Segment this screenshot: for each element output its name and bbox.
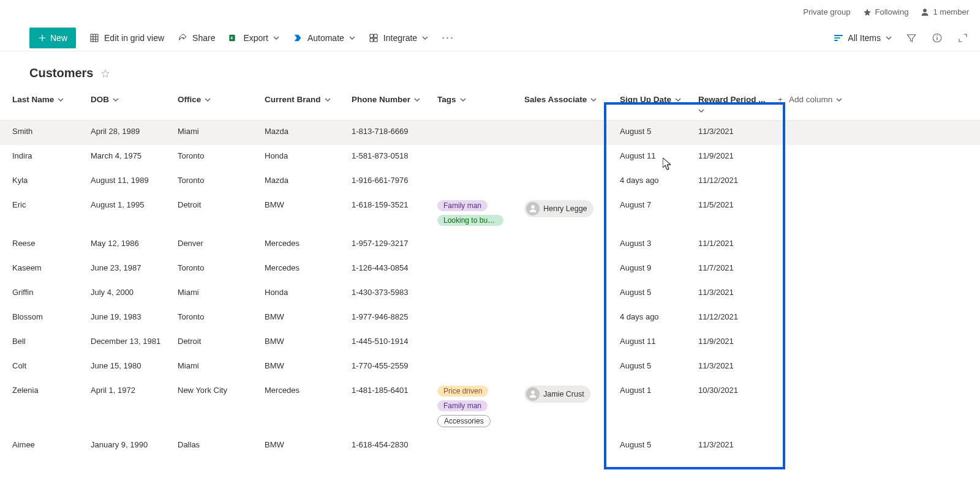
favorite-star-icon[interactable] [100, 69, 110, 78]
cell-office: Denver [173, 239, 260, 248]
person-pill: Henry Legge [524, 200, 594, 217]
table-row[interactable]: EricAugust 1, 1995DetroitBMW1-618-159-35… [0, 194, 980, 233]
edit-grid-button[interactable]: Edit in grid view [89, 33, 164, 43]
col-phone[interactable]: Phone Number [347, 95, 432, 104]
col-label: Current Brand [265, 95, 321, 104]
table-row[interactable]: BlossomJune 19, 1983TorontoBMW1-977-946-… [0, 306, 980, 330]
members-link[interactable]: 1 member [921, 7, 969, 17]
col-label: Last Name [12, 95, 54, 104]
cell-signup-date: August 9 [606, 263, 693, 272]
cell-signup-date: August 11 [606, 151, 693, 160]
integrate-button[interactable]: Integrate [369, 33, 428, 43]
cell-phone: 1-977-946-8825 [347, 312, 432, 321]
view-selector[interactable]: All Items [834, 33, 892, 43]
cell-phone: 1-770-455-2559 [347, 361, 432, 370]
cell-reward-period: 11/3/2021 [693, 288, 773, 297]
cell-signup-date: August 5 [606, 361, 693, 370]
col-label: Office [178, 95, 201, 104]
table-row[interactable]: SmithApril 28, 1989MiamiMazda1-813-718-6… [0, 121, 980, 145]
follow-toggle[interactable]: Following [863, 7, 909, 17]
cell-last-name: Kyla [0, 176, 86, 185]
col-reward-period[interactable]: Reward Period ... [693, 95, 773, 114]
cell-office: Miami [173, 288, 260, 297]
share-button[interactable]: Share [178, 33, 215, 43]
share-icon [178, 33, 187, 43]
table-row[interactable]: IndiraMarch 4, 1975TorontoHonda1-581-873… [0, 145, 980, 170]
cell-phone: 1-916-661-7976 [347, 176, 432, 185]
add-column-button[interactable]: +Add column [773, 95, 980, 104]
table-row[interactable]: KylaAugust 11, 1989TorontoMazda1-916-661… [0, 170, 980, 194]
cell-dob: December 13, 1981 [86, 337, 173, 346]
chevron-down-icon [349, 35, 355, 41]
info-button[interactable] [931, 32, 943, 44]
cell-signup-date: 4 days ago [606, 312, 693, 321]
cell-last-name: Zelenia [0, 386, 86, 395]
cell-last-name: Indira [0, 151, 86, 160]
cell-office: Detroit [173, 337, 260, 346]
tag-pill: Accessories [437, 415, 491, 427]
table-row[interactable]: GriffinJuly 4, 2000MiamiHonda1-430-373-5… [0, 282, 980, 306]
table-row[interactable]: ZeleniaApril 1, 1972New York CityMercede… [0, 379, 980, 434]
col-last-name[interactable]: Last Name [0, 95, 86, 104]
automate-button[interactable]: Automate [293, 33, 355, 43]
person-name: Jamie Crust [543, 390, 584, 398]
cell-phone: 1-481-185-6401 [347, 386, 432, 395]
cell-last-name: Aimee [0, 440, 86, 449]
cell-reward-period: 11/3/2021 [693, 440, 773, 449]
col-label: Sales Associate [524, 95, 587, 104]
cell-dob: August 11, 1989 [86, 176, 173, 185]
chevron-down-icon [113, 97, 119, 103]
cell-dob: June 15, 1980 [86, 361, 173, 370]
cell-reward-period: 11/3/2021 [693, 361, 773, 370]
cell-dob: June 19, 1983 [86, 312, 173, 321]
cell-dob: April 28, 1989 [86, 127, 173, 136]
group-visibility-label: Private group [803, 7, 850, 17]
cell-signup-date: August 5 [606, 288, 693, 297]
cell-last-name: Griffin [0, 288, 86, 297]
col-dob[interactable]: DOB [86, 95, 173, 104]
table-row[interactable]: BellDecember 13, 1981DetroitBMW1-445-510… [0, 330, 980, 355]
export-button[interactable]: Export [228, 33, 279, 43]
more-actions-button[interactable]: ··· [442, 31, 454, 44]
table-row[interactable]: KaseemJune 23, 1987TorontoMercedes1-126-… [0, 257, 980, 282]
col-signup-date[interactable]: Sign Up Date [606, 95, 693, 104]
tag-pill: Price driven [437, 386, 488, 397]
table-row[interactable]: AimeeJanuary 9, 1990DallasBMW1-618-454-2… [0, 434, 980, 458]
filter-button[interactable] [905, 32, 918, 44]
expand-button[interactable] [957, 32, 969, 44]
tag-pill: Family man [437, 400, 488, 411]
follow-label: Following [875, 7, 909, 17]
table-row[interactable]: ColtJune 15, 1980MiamiBMW1-770-455-2559A… [0, 355, 980, 379]
cell-signup-date: 4 days ago [606, 176, 693, 185]
integrate-icon [369, 33, 379, 43]
cell-sales-associate: Jamie Crust [519, 386, 606, 403]
chevron-down-icon [205, 97, 211, 103]
chevron-down-icon [675, 97, 681, 103]
chevron-down-icon [58, 97, 64, 103]
chevron-down-icon [698, 108, 704, 114]
cell-signup-date: August 3 [606, 239, 693, 248]
cell-brand: Mercedes [260, 263, 347, 272]
cell-brand: BMW [260, 440, 347, 449]
cell-dob: August 1, 1995 [86, 200, 173, 209]
cell-phone: 1-581-873-0518 [347, 151, 432, 160]
table-row[interactable]: ReeseMay 12, 1986DenverMercedes1-957-129… [0, 233, 980, 257]
group-visibility: Private group [803, 7, 850, 17]
site-header-bar: Private group Following 1 member [0, 0, 980, 24]
cell-reward-period: 11/12/2021 [693, 312, 773, 321]
cell-reward-period: 11/12/2021 [693, 176, 773, 185]
cell-phone: 1-126-443-0854 [347, 263, 432, 272]
cell-last-name: Colt [0, 361, 86, 370]
cell-last-name: Bell [0, 337, 86, 346]
col-office[interactable]: Office [173, 95, 260, 104]
col-sales-assoc[interactable]: Sales Associate [519, 95, 606, 104]
cell-last-name: Reese [0, 239, 86, 248]
col-current-brand[interactable]: Current Brand [260, 95, 347, 104]
filter-icon [906, 32, 917, 43]
cell-phone: 1-618-454-2830 [347, 440, 432, 449]
cell-signup-date: August 7 [606, 200, 693, 209]
new-button[interactable]: New [29, 28, 76, 48]
automate-label: Automate [307, 33, 344, 43]
col-tags[interactable]: Tags [432, 95, 519, 104]
plus-icon [38, 34, 47, 42]
